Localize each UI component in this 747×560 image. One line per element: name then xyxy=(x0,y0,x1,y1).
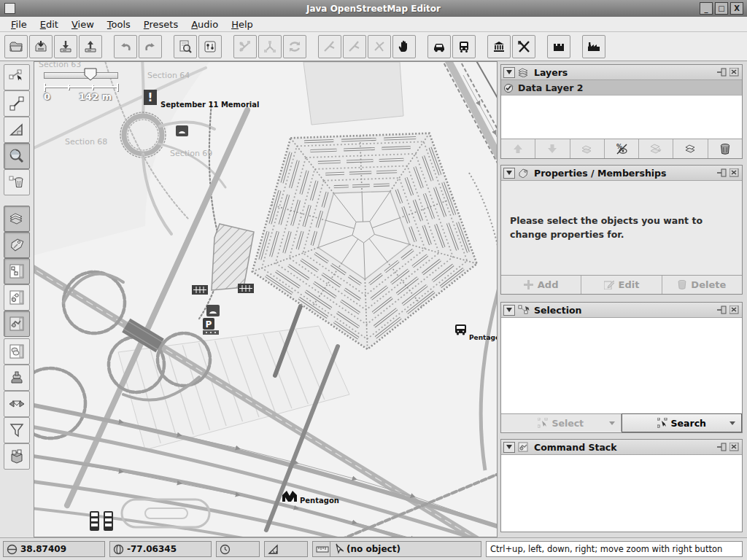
scale-zero-label: 0 xyxy=(44,91,50,102)
restaurant-preset-button[interactable] xyxy=(512,35,535,58)
filter-icon xyxy=(8,421,26,439)
update-data-button[interactable] xyxy=(283,35,306,58)
menu-edit[interactable]: Edit xyxy=(34,18,65,31)
selection-panel-title: Selection xyxy=(534,305,715,316)
angle-field xyxy=(264,541,308,557)
select-button[interactable]: Select xyxy=(501,414,622,432)
toggle-selection-button[interactable] xyxy=(4,258,30,284)
toggle-conflict-button[interactable] xyxy=(4,391,30,417)
toggle-layers-button[interactable] xyxy=(4,206,30,232)
sticky-icon[interactable] xyxy=(716,443,727,452)
layer-opacity-button[interactable] xyxy=(570,139,605,158)
collapse-layers-button[interactable] xyxy=(503,67,515,78)
combine-way-button[interactable] xyxy=(258,35,282,58)
toggle-history-button[interactable] xyxy=(4,365,30,391)
layer-up-button[interactable] xyxy=(501,139,535,158)
pan-button[interactable] xyxy=(392,35,416,58)
layer-merge-button[interactable] xyxy=(639,139,673,158)
toggle-commandstack-button[interactable] xyxy=(4,311,30,337)
delete-tool-button[interactable] xyxy=(4,169,30,195)
menu-bar: File Edit View Tools Presets Audio Help xyxy=(0,17,747,32)
layer-down-button[interactable] xyxy=(535,139,570,158)
menu-tools[interactable]: Tools xyxy=(101,18,137,31)
maximize-button[interactable]: □ xyxy=(715,2,728,15)
undo-button[interactable] xyxy=(114,35,137,58)
download-data-button[interactable] xyxy=(174,35,197,58)
zoom-tool-button[interactable] xyxy=(4,143,30,169)
tool-button-1[interactable] xyxy=(318,35,341,58)
menu-view[interactable]: View xyxy=(65,18,101,31)
edit-icon xyxy=(604,280,614,289)
parking-lot-polygon xyxy=(303,62,403,125)
toggle-mappaint-button[interactable] xyxy=(4,338,30,365)
latitude-icon xyxy=(7,544,18,555)
map-canvas[interactable]: ! P xyxy=(34,61,498,537)
layer-delete-button[interactable] xyxy=(708,139,742,158)
sticky-icon[interactable] xyxy=(716,168,727,178)
zoom-slider-track[interactable] xyxy=(44,72,118,79)
collapse-commandstack-button[interactable] xyxy=(503,442,515,453)
redo-button[interactable] xyxy=(139,35,162,58)
close-icon[interactable] xyxy=(729,68,740,77)
tool-button-3[interactable] xyxy=(368,35,391,58)
close-icon[interactable] xyxy=(729,306,740,315)
toggle-changeset-button[interactable] xyxy=(4,443,30,470)
bank-preset-button[interactable] xyxy=(487,35,511,58)
close-button[interactable]: X xyxy=(730,2,743,15)
layers-icon xyxy=(518,67,530,77)
factory-preset-button[interactable] xyxy=(582,35,605,58)
tag-icon xyxy=(8,236,26,254)
save-button[interactable] xyxy=(29,35,53,58)
delete-button[interactable]: Delete xyxy=(662,276,742,294)
draw-tool-button[interactable] xyxy=(4,90,30,117)
extrude-tool-button[interactable] xyxy=(4,117,30,143)
select-tool-button[interactable] xyxy=(4,64,30,90)
minimize-button[interactable]: _ xyxy=(700,2,713,15)
toggle-filter-button[interactable] xyxy=(4,417,30,443)
commandstack-list[interactable] xyxy=(501,455,742,532)
castle-preset-button[interactable] xyxy=(547,35,570,58)
properties-message: Please select the objects you want to ch… xyxy=(510,214,733,242)
split-way-button[interactable] xyxy=(233,35,257,58)
layers-list[interactable]: Data Layer 2 xyxy=(501,80,742,139)
download-button[interactable] xyxy=(54,35,77,58)
close-icon[interactable] xyxy=(729,443,740,452)
tool-icon-2 xyxy=(347,39,362,54)
layer-row[interactable]: Data Layer 2 xyxy=(501,80,742,96)
layer-duplicate-button[interactable] xyxy=(673,139,708,158)
edit-button[interactable]: Edit xyxy=(581,276,662,294)
collapse-properties-button[interactable] xyxy=(503,168,515,179)
object-field: (no object) xyxy=(330,541,481,557)
relation-list-icon xyxy=(8,289,26,306)
car-preset-button[interactable] xyxy=(427,35,451,58)
search-button[interactable]: Search xyxy=(622,413,743,432)
title-bar: Java OpenStreetMap Editor _ □ X xyxy=(0,0,747,18)
collapse-selection-button[interactable] xyxy=(503,305,515,316)
sticky-icon[interactable] xyxy=(716,306,727,315)
bus-preset-button[interactable] xyxy=(452,35,476,58)
menu-help[interactable]: Help xyxy=(225,18,260,31)
selection-panel: Selection Select Search xyxy=(500,302,743,433)
upload-icon xyxy=(83,39,98,54)
bank-icon xyxy=(492,39,506,54)
status-bar: 38.87409 -77.06345 (no object) Ctrl+up, … xyxy=(0,537,747,560)
split-way-icon xyxy=(238,39,252,54)
menu-file[interactable]: File xyxy=(4,18,34,31)
selection-list[interactable] xyxy=(501,318,742,413)
main-area: ! P xyxy=(0,61,747,537)
close-icon[interactable] xyxy=(729,168,740,178)
menu-audio[interactable]: Audio xyxy=(185,18,225,31)
preferences-button[interactable] xyxy=(198,35,222,58)
commandstack-panel-title: Command Stack xyxy=(534,442,715,453)
upload-button[interactable] xyxy=(79,35,102,58)
zoom-slider[interactable] xyxy=(44,68,118,82)
open-button[interactable] xyxy=(4,35,28,58)
map-label-memorial: September 11 Memorial xyxy=(160,101,259,109)
add-button[interactable]: Add xyxy=(501,276,581,294)
layer-visibility-button[interactable]: % xyxy=(605,139,639,158)
sticky-icon[interactable] xyxy=(716,68,727,77)
toggle-relations-button[interactable] xyxy=(4,284,30,311)
toggle-properties-button[interactable] xyxy=(4,232,30,258)
menu-presets[interactable]: Presets xyxy=(137,18,185,31)
tool-button-2[interactable] xyxy=(343,35,366,58)
